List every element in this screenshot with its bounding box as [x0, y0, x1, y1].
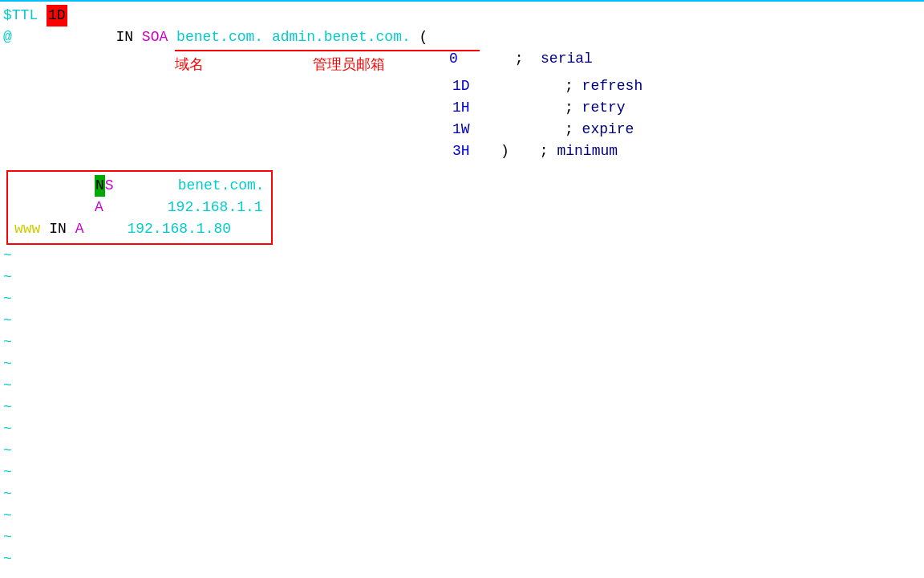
ns-record: NS benet.com. [14, 175, 265, 197]
soa-class: IN [116, 26, 133, 48]
tilde-11: ~ [0, 462, 924, 483]
refresh-value: 1D [452, 75, 517, 97]
soa-expire-line: 1W ; expire [0, 119, 924, 140]
annotation-domain-label: 域名 [175, 55, 204, 76]
soa-minimum-line: 3H ) ; minimum [0, 140, 924, 162]
minimum-value: 3H [452, 140, 500, 162]
ttl-directive: $TTL [3, 5, 38, 26]
annotation-row: 域名 管理员邮箱 0 ; serial [0, 48, 924, 75]
tilde-14: ~ [0, 527, 924, 548]
tilde-6: ~ [0, 353, 924, 375]
a-data-1: 192.168.1.1 [168, 197, 263, 218]
soa-domain: benet.com. [176, 26, 263, 48]
www-a-record: www IN A 192.168.1.80 [14, 218, 265, 240]
tilde-7: ~ [0, 375, 924, 397]
www-data: 192.168.1.80 [127, 218, 231, 240]
soa-retry-line: 1H ; retry [0, 97, 924, 119]
tilde-2: ~ [0, 267, 924, 288]
tilde-13: ~ [0, 505, 924, 527]
tilde-8: ~ [0, 397, 924, 418]
soa-at: @ [3, 26, 12, 48]
editor: $TTL 1D @ IN SOA benet.com. admin.benet.… [0, 0, 924, 573]
tilde-10: ~ [0, 440, 924, 462]
a-type-1: A [95, 197, 103, 218]
records-section: NS benet.com. A 192.168.1.1 www IN A 192… [0, 167, 924, 245]
soa-type: SOA [142, 26, 168, 48]
a-record-1: A 192.168.1.1 [14, 197, 265, 218]
tilde-5: ~ [0, 332, 924, 353]
ns-type-s: S [105, 175, 114, 197]
retry-comment: retry [582, 97, 626, 119]
expire-value: 1W [452, 119, 517, 140]
annotation-email-label: 管理员邮箱 [313, 55, 385, 76]
soa-admin: admin.benet.com. [272, 26, 411, 48]
serial-value: 0 ; serial [449, 48, 593, 70]
www-name: www [14, 218, 40, 240]
tilde-15: ~ [0, 548, 924, 570]
tilde-12: ~ [0, 483, 924, 505]
tilde-3: ~ [0, 288, 924, 310]
minimum-comment: minimum [557, 140, 618, 162]
retry-value: 1H [452, 97, 517, 119]
refresh-comment: refresh [582, 75, 643, 97]
soa-paren-close: ) [500, 140, 509, 162]
expire-comment: expire [582, 119, 634, 140]
www-class: IN [49, 218, 67, 240]
records-box: NS benet.com. A 192.168.1.1 www IN A 192… [6, 170, 273, 245]
ns-n-highlight: N [95, 175, 105, 197]
soa-refresh-line: 1D ; refresh [0, 75, 924, 97]
soa-paren-open: ( [419, 26, 428, 48]
ns-data: benet.com. [178, 175, 265, 197]
tilde-1: ~ [0, 245, 924, 267]
tilde-9: ~ [0, 418, 924, 440]
tilde-4: ~ [0, 310, 924, 332]
underline-bar [175, 50, 480, 51]
www-type: A [75, 218, 84, 240]
ttl-value: 1D [47, 5, 67, 26]
soa-line: @ IN SOA benet.com. admin.benet.com. ( [0, 26, 924, 48]
ttl-line: $TTL 1D [0, 5, 924, 26]
